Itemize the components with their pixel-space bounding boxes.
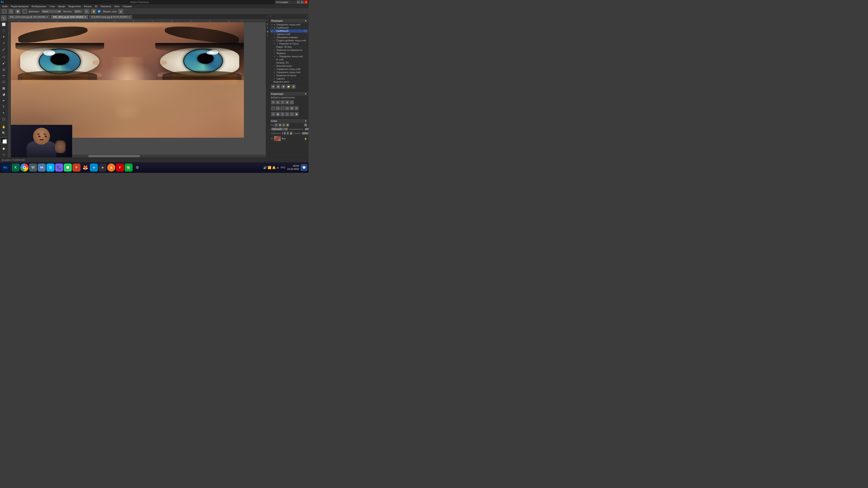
- doc-tab-2-close[interactable]: ✕: [84, 16, 86, 18]
- tool-gradient[interactable]: ▦: [1, 85, 7, 91]
- search-field[interactable]: Фотография: [275, 1, 296, 4]
- taskbar-vk[interactable]: VK: [38, 164, 46, 171]
- layers-lock-transparent[interactable]: ▪: [282, 132, 283, 135]
- tool-move[interactable]: ↖: [1, 15, 7, 21]
- layers-filter-adj[interactable]: ◑: [278, 123, 282, 127]
- doc-tab-1-close[interactable]: ✕: [46, 16, 48, 18]
- tool-crop[interactable]: ⌗: [1, 40, 7, 46]
- tool-quickmask[interactable]: ⬤: [1, 145, 7, 151]
- layers-fill-input[interactable]: [302, 132, 309, 135]
- menu-image[interactable]: Изображение: [30, 5, 48, 8]
- menu-font[interactable]: Шрифт: [57, 5, 67, 8]
- corr-btn-bw[interactable]: ⬛: [280, 106, 285, 110]
- layers-filter-toggle[interactable]: ◑: [304, 123, 307, 127]
- corr-btn-levels[interactable]: ▲: [276, 100, 280, 104]
- ops-item-13[interactable]: ✓ Внешний канал: [270, 64, 308, 68]
- layers-lock-position[interactable]: ⊕: [287, 132, 289, 135]
- ops-item-10[interactable]: ✓ ▼ Определить текущ слой: [270, 55, 308, 58]
- ops-item-0[interactable]: ✓ ▶ Определить текущ слой: [270, 23, 308, 26]
- ops-item-12[interactable]: Непрозр: 0%: [270, 61, 308, 64]
- ops-stop-btn[interactable]: ■: [271, 85, 275, 89]
- correction-header[interactable]: Коррекция ▼: [270, 92, 308, 96]
- menu-filter[interactable]: Фильтр: [83, 5, 93, 8]
- ops-item-17[interactable]: ✓ Сделать: [270, 77, 308, 80]
- corr-btn-brightness[interactable]: ☀: [271, 100, 275, 104]
- ops-item-4[interactable]: ✓ Объединить видимые: [270, 36, 308, 39]
- corr-btn-curves[interactable]: 〜: [280, 100, 285, 104]
- layers-lock-image[interactable]: 🖌: [283, 132, 286, 135]
- tool-eyedropper[interactable]: 🖊: [1, 46, 7, 52]
- brush-extra-btn[interactable]: 🖌: [118, 9, 123, 14]
- tool-shape[interactable]: ⬛: [1, 116, 7, 122]
- ops-item-18[interactable]: Выделить кисть: [270, 80, 308, 84]
- corr-btn-colorbal[interactable]: ◻: [276, 106, 280, 110]
- corr-btn-posterize[interactable]: ◼: [276, 112, 280, 116]
- chat-button[interactable]: 💬: [301, 164, 307, 171]
- corr-btn-selective[interactable]: ◻: [290, 112, 294, 116]
- ops-item-1[interactable]: ✓ ▶ FastRetouch: [270, 26, 308, 29]
- tool-screen-mode[interactable]: ⬛: [1, 152, 7, 158]
- ops-item-3[interactable]: ✓ Сделать слой: [270, 33, 308, 36]
- icon-styles[interactable]: ◼: [266, 31, 269, 33]
- operations-header[interactable]: Операции ▼: [270, 19, 308, 23]
- icon-channels[interactable]: ⬡: [266, 34, 269, 37]
- protect-icon-btn[interactable]: 🔒: [91, 9, 96, 14]
- layer-item-fon[interactable]: 👁 Фон 🔒: [270, 135, 308, 142]
- layer-fon-visibility[interactable]: 👁: [271, 137, 273, 140]
- ops-item-14[interactable]: ✓ Определить текущ слой: [270, 68, 308, 71]
- tool-dodge[interactable]: ◕: [1, 91, 7, 97]
- menu-edit[interactable]: Редактирование: [9, 5, 30, 8]
- volume-icon[interactable]: 📶: [268, 166, 271, 169]
- canvas-area[interactable]: [11, 22, 269, 158]
- doc-tab-2[interactable]: IMG_4822.jpg @ 100% (RGB/8) ✕: [51, 15, 88, 19]
- maximize-button[interactable]: □: [301, 0, 304, 4]
- ops-item-8[interactable]: ✓ Размытие по поверхности: [270, 48, 308, 52]
- taskbar-firefox[interactable]: 🦊: [81, 164, 89, 171]
- brush-mode-btn[interactable]: ⬛: [22, 9, 27, 14]
- network-icon[interactable]: 🔊: [263, 166, 267, 169]
- ops-item-5[interactable]: ✓ Создать дубликат текущ слой: [270, 39, 308, 42]
- taskbar-photoshop[interactable]: Ps: [1, 164, 9, 171]
- menu-file[interactable]: Файл: [1, 5, 9, 8]
- tool-zoom[interactable]: 🔍: [1, 130, 7, 136]
- doc-tab-3[interactable]: YLA 5919 копия.jpg @ 48.4% (RGB/8) ✕: [89, 15, 132, 19]
- brush-shape-btn[interactable]: ▣: [15, 9, 20, 14]
- taskbar-telegram[interactable]: ✈: [90, 164, 98, 171]
- layers-filter-lock[interactable]: 🔒: [286, 123, 289, 127]
- ops-item-7[interactable]: Радиус: 30 пикс.: [270, 45, 308, 48]
- ops-play-btn[interactable]: ▶: [276, 85, 280, 89]
- taskbar-settings[interactable]: ⚙: [133, 164, 141, 171]
- tool-select-rect[interactable]: ⬜: [1, 22, 7, 27]
- menu-view[interactable]: Просмотр: [99, 5, 112, 8]
- close-button[interactable]: ✕: [304, 0, 308, 4]
- tool-eraser[interactable]: ◻: [1, 79, 7, 85]
- panel-expand-icon[interactable]: ◁: [306, 15, 308, 17]
- layers-filter-smart[interactable]: ◎: [282, 123, 285, 127]
- protect-checkbox[interactable]: [98, 10, 100, 13]
- taskbar-evernote[interactable]: 🐘: [125, 164, 133, 171]
- tool-brush[interactable]: 🖌: [1, 60, 7, 66]
- tool-lasso[interactable]: ◌: [1, 28, 7, 33]
- brush-size-btn[interactable]: ◯: [8, 9, 13, 14]
- taskbar-powerpoint[interactable]: P: [72, 164, 81, 171]
- menu-help[interactable]: Справка: [121, 5, 133, 8]
- ops-item-6[interactable]: ✓ ▼ Размытие по Гауссу: [270, 42, 308, 45]
- ops-folder-btn[interactable]: 📁: [286, 85, 290, 89]
- corr-btn-gradmap[interactable]: ◻: [285, 112, 289, 116]
- tool-mode-btn[interactable]: ⬛: [2, 9, 7, 14]
- corr-btn-channelmix[interactable]: ▤: [290, 106, 294, 110]
- ops-item-16[interactable]: ✓ Размытие по Гауссу: [270, 74, 308, 77]
- exposure-input[interactable]: [74, 10, 83, 13]
- icon-transform[interactable]: ⊞: [266, 23, 269, 26]
- h-scrollbar-thumb[interactable]: [88, 155, 140, 157]
- language-indicator[interactable]: РУС: [281, 166, 285, 169]
- ops-record-btn[interactable]: ⏺: [281, 85, 285, 89]
- corr-btn-exposure[interactable]: ◑: [285, 100, 289, 104]
- menu-layers[interactable]: Слои: [48, 5, 56, 8]
- corr-btn-invert[interactable]: ◻: [271, 112, 275, 116]
- background-color[interactable]: [3, 139, 7, 143]
- taskbar-avast[interactable]: A: [107, 164, 115, 171]
- layers-lock-all[interactable]: 🔒: [290, 132, 292, 135]
- ops-item-11[interactable]: В: слой: [270, 58, 308, 61]
- taskbar-viber[interactable]: 📞: [55, 164, 63, 171]
